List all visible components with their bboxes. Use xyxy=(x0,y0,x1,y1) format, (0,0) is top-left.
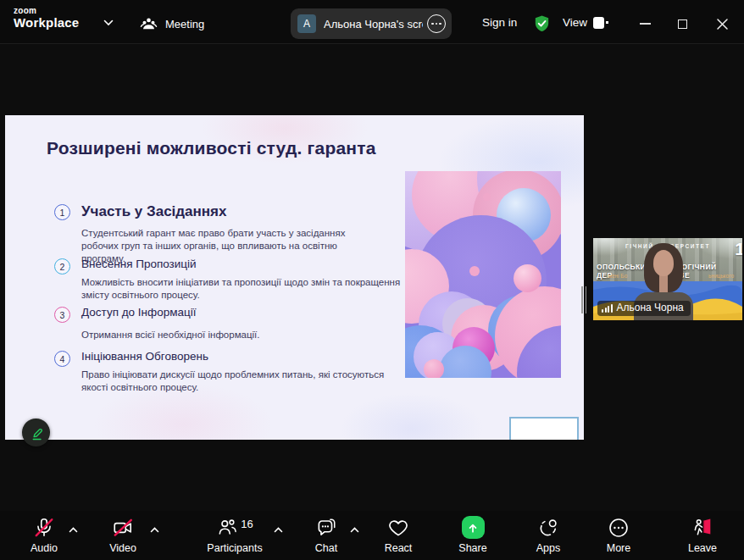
chat-options-chevron[interactable] xyxy=(347,522,362,537)
avatar: А xyxy=(297,14,316,33)
item-number-badge: 3 xyxy=(54,307,70,323)
sign-in-button[interactable]: Sign in xyxy=(482,16,517,29)
chat-label: Chat xyxy=(315,542,337,554)
participant-name-tag: Альона Чорна xyxy=(597,301,691,316)
share-options-ellipsis-icon[interactable] xyxy=(427,14,446,33)
maximize-icon xyxy=(678,19,687,29)
meeting-tab-label: Meeting xyxy=(165,18,204,30)
meeting-toolbar: Audio Video 16 xyxy=(0,511,744,560)
view-label: View xyxy=(563,16,587,29)
participant-video-tile[interactable]: ГІЧНИЙ УНІВЕРСИТЕТ ОПОЛЬСЬКИЙ ДЕР ДАГОГІ… xyxy=(593,238,742,320)
slide-item-4: 4 Ініціювання Обговорень Право ініціюват… xyxy=(54,350,388,394)
item-heading: Доступ до Інформації xyxy=(81,306,260,319)
item-body: Отримання всієї необхідної інформації. xyxy=(81,329,260,341)
react-button[interactable]: React xyxy=(373,517,424,554)
audio-label: Audio xyxy=(31,542,58,554)
slide-item-1: 1 Участь у Засіданнях Студентський гаран… xyxy=(54,203,376,265)
chat-bubble-icon xyxy=(315,517,337,539)
participants-count-badge: 16 xyxy=(241,518,253,530)
logo-workplace-text: Workplace xyxy=(14,16,79,30)
pencil-icon xyxy=(28,424,45,441)
item-number-badge: 2 xyxy=(54,258,70,274)
share-screen-icon xyxy=(462,516,485,539)
shared-screen-content: Розширені можливості студ. гаранта 1 Уча… xyxy=(5,115,584,440)
meeting-people-icon xyxy=(140,16,158,31)
meeting-main-area: Розширені можливості студ. гаранта 1 Уча… xyxy=(0,44,744,511)
video-panel-drag-handle[interactable] xyxy=(581,286,586,313)
slide-item-3: 3 Доступ до Інформації Отримання всієї н… xyxy=(54,306,260,341)
view-layout-icon xyxy=(593,17,604,29)
background-corner-numeral: 1 xyxy=(735,239,742,259)
view-button[interactable]: View xyxy=(563,16,604,29)
video-options-chevron[interactable] xyxy=(147,522,162,537)
item-heading: Ініціювання Обговорень xyxy=(81,350,388,363)
chat-button[interactable]: Chat xyxy=(301,517,352,554)
security-shield-icon[interactable] xyxy=(532,14,552,34)
leave-label: Leave xyxy=(688,542,717,554)
slide-illustration xyxy=(405,171,561,378)
audio-button[interactable]: Audio xyxy=(19,517,69,554)
apps-button[interactable]: Apps xyxy=(523,517,574,554)
video-button[interactable]: Video xyxy=(97,517,148,554)
title-bar: zoom Workplace Meeting А Альона Чорна's … xyxy=(0,0,744,44)
item-heading: Внесення Пропозицій xyxy=(81,258,410,270)
more-label: More xyxy=(607,542,630,554)
screen-share-label: Альона Чорна's screen xyxy=(324,18,423,30)
item-body: Право ініціювати дискусії щодо проблемни… xyxy=(81,369,388,394)
leave-door-icon xyxy=(691,517,713,539)
audio-options-chevron[interactable] xyxy=(65,522,81,537)
share-label: Share xyxy=(458,542,486,554)
participant-name: Альона Чорна xyxy=(617,302,684,313)
video-label: Video xyxy=(109,542,136,554)
microphone-muted-icon xyxy=(33,517,55,539)
zoom-workplace-window: zoom Workplace Meeting А Альона Чорна's … xyxy=(0,0,744,560)
apps-icon xyxy=(537,517,559,539)
close-icon xyxy=(717,19,728,30)
slide-title: Розширені можливості студ. гаранта xyxy=(47,138,376,158)
leave-button[interactable]: Leave xyxy=(677,517,728,554)
participants-icon xyxy=(216,517,238,539)
slide-item-2: 2 Внесення Пропозицій Можливість вносити… xyxy=(54,258,410,302)
share-button[interactable]: Share xyxy=(447,517,498,554)
minimize-button[interactable] xyxy=(635,14,655,34)
apps-label: Apps xyxy=(536,542,561,554)
tab-meeting[interactable]: Meeting xyxy=(140,14,204,34)
camera-off-icon xyxy=(112,517,134,539)
close-button[interactable] xyxy=(712,14,732,34)
react-label: React xyxy=(385,542,413,554)
more-button[interactable]: More xyxy=(593,517,644,554)
logo-zoom-text: zoom xyxy=(14,7,79,16)
minimize-icon xyxy=(640,23,651,25)
heart-icon xyxy=(387,517,409,539)
participants-options-chevron[interactable] xyxy=(270,522,286,537)
slide-text-placeholder-box xyxy=(509,417,579,440)
audio-level-bars-icon xyxy=(602,304,613,313)
workspace-chevron-down-icon[interactable] xyxy=(103,19,114,26)
zoom-workplace-logo: zoom Workplace xyxy=(14,7,79,29)
participants-label: Participants xyxy=(207,542,262,554)
item-body: Можливість вносити ініціативи та пропози… xyxy=(81,276,410,302)
participants-button[interactable]: 16 Participants xyxy=(205,517,264,554)
maximize-button[interactable] xyxy=(672,14,692,34)
item-number-badge: 4 xyxy=(54,351,70,367)
item-heading: Участь у Засіданнях xyxy=(81,203,376,220)
annotate-button[interactable] xyxy=(22,419,50,446)
screen-share-pill[interactable]: А Альона Чорна's screen xyxy=(291,8,452,39)
item-number-badge: 1 xyxy=(54,204,70,220)
more-ellipsis-icon xyxy=(608,517,630,539)
